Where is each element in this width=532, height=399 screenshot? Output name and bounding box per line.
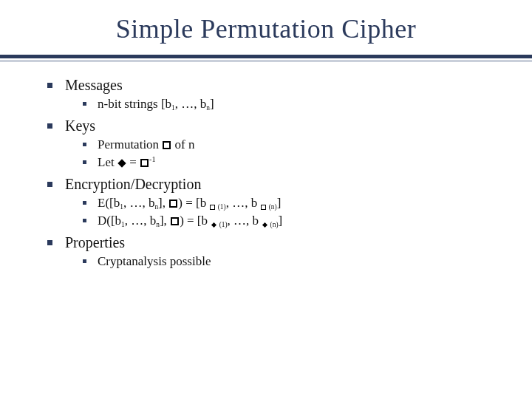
section-properties: Properties Cryptanalysis possible: [47, 234, 497, 269]
sigma-icon: [262, 222, 267, 228]
section-keys: Keys Permutation of n Let = -1: [47, 117, 497, 170]
section-messages: Messages n-bit strings [b1, …, bn]: [47, 77, 497, 112]
pi-icon: [210, 205, 215, 210]
section-heading: Encryption/Decryption: [65, 176, 201, 192]
slide-content: Messages n-bit strings [b1, …, bn] Keys …: [0, 62, 532, 269]
title-divider: [0, 55, 532, 62]
list-item: E([b1, …, bn], ) = [b (1), …, b (n)]: [83, 196, 497, 211]
pi-icon: [171, 217, 179, 225]
list-item: D([b1, …, bn], ) = [b (1), …, b (n)]: [83, 214, 497, 228]
list-item: Let = -1: [83, 155, 497, 170]
section-encryption-decryption: Encryption/Decryption E([b1, …, bn], ) =…: [47, 176, 497, 228]
section-heading: Keys: [65, 117, 95, 134]
pi-icon: [163, 141, 171, 149]
slide-title: Simple Permutation Cipher: [0, 0, 532, 55]
list-item: Cryptanalysis possible: [83, 254, 497, 269]
pi-icon: [261, 205, 266, 210]
pi-icon: [169, 200, 177, 208]
sub-pi: (n): [260, 203, 276, 211]
list-item: n-bit strings [b1, …, bn]: [83, 97, 497, 112]
sub-sigma: (1): [211, 221, 227, 228]
slide: Simple Permutation Cipher Messages n-bit…: [0, 0, 532, 399]
section-heading: Messages: [65, 77, 123, 93]
bullet-list: Messages n-bit strings [b1, …, bn] Keys …: [47, 77, 497, 269]
sigma-icon: [211, 222, 216, 228]
section-heading: Properties: [65, 234, 125, 250]
list-item: Permutation of n: [83, 137, 497, 152]
sigma-icon: [117, 159, 126, 167]
sub-pi: (1): [209, 203, 225, 211]
sub-sigma: (n): [262, 221, 278, 228]
pi-icon: [140, 159, 149, 167]
